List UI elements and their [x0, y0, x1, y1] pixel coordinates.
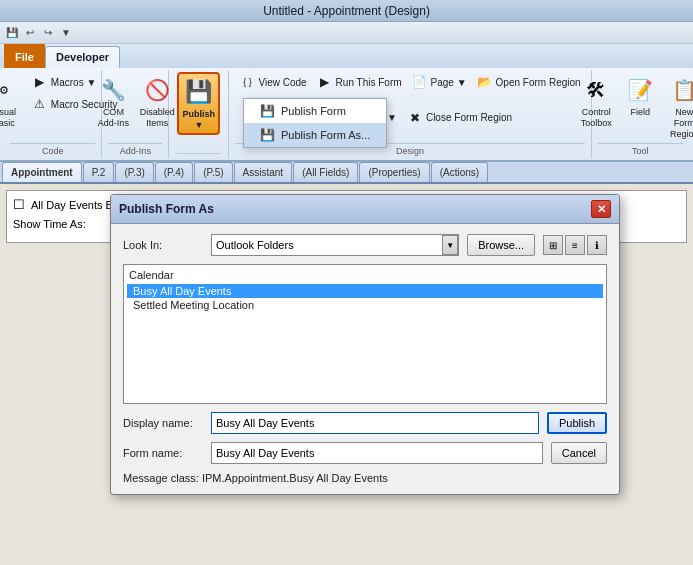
- listbox-item-1[interactable]: Settled Meeting Location: [127, 298, 603, 312]
- view-code-icon: { }: [239, 74, 255, 90]
- cancel-button[interactable]: Cancel: [551, 442, 607, 464]
- group-code: ⚙ VisualBasic ▶ Macros ▼ ⚠ Macro Securit…: [4, 70, 102, 158]
- message-class-label: Message class:: [123, 472, 199, 484]
- display-name-row: Display name: Publish: [123, 412, 607, 434]
- group-addins: 🔧 COMAdd-Ins 🚫 DisabledItems Add-Ins: [102, 70, 169, 158]
- qat-save[interactable]: 💾: [4, 25, 20, 41]
- look-in-dropdown-arrow[interactable]: ▼: [442, 235, 458, 255]
- publish-icon: 💾: [183, 76, 215, 108]
- message-class-value: IPM.Appointment.Busy All Day Events: [202, 472, 388, 484]
- group-publish: 💾 Publish▼: [169, 70, 229, 158]
- dialog-overlay: Publish Form As ✕ Look In: Outlook Folde…: [0, 184, 693, 565]
- tab-assistant[interactable]: Assistant: [234, 162, 293, 182]
- new-form-region-icon: 📋: [668, 74, 693, 106]
- folder-label: Calendar: [127, 268, 603, 282]
- macros-icon: ▶: [32, 74, 48, 90]
- open-form-region-button[interactable]: 📂 Open Form Region: [473, 72, 585, 92]
- group-tool-label: Tool: [598, 143, 683, 156]
- run-form-button[interactable]: ▶ Run This Form: [313, 72, 406, 92]
- visual-basic-button[interactable]: ⚙ VisualBasic: [0, 72, 24, 131]
- publish-form-item[interactable]: 💾 Publish Form: [244, 99, 386, 123]
- main-content: ☐ All Day Events Busy Show Time As: Publ…: [0, 184, 693, 565]
- open-form-icon: 📂: [477, 74, 493, 90]
- tab-p4[interactable]: (P.4): [155, 162, 193, 182]
- tab-properties[interactable]: (Properties): [359, 162, 429, 182]
- com-addins-icon: 🔧: [97, 74, 129, 106]
- publish-dropdown: 💾 Publish Form 💾 Publish Form As...: [243, 98, 387, 148]
- title-text: Untitled - Appointment (Design): [263, 4, 430, 18]
- new-form-region-button[interactable]: 📋 New FormRegion: [664, 72, 693, 141]
- dialog-title: Publish Form As: [119, 202, 214, 216]
- doc-tabs: Appointment P.2 (P.3) (P.4) (P.5) Assist…: [0, 162, 693, 184]
- look-in-row: Look In: Outlook Folders ▼ Browse... ⊞ ≡…: [123, 234, 607, 256]
- form-name-row: Form name: Cancel: [123, 442, 607, 464]
- qat-customize[interactable]: ▼: [58, 25, 74, 41]
- dialog-close-button[interactable]: ✕: [591, 200, 611, 218]
- com-addins-button[interactable]: 🔧 COMAdd-Ins: [93, 72, 133, 131]
- message-class-row: Message class: IPM.Appointment.Busy All …: [123, 472, 607, 484]
- publish-form-as-item[interactable]: 💾 Publish Form As...: [244, 123, 386, 147]
- tab-p5[interactable]: (P.5): [194, 162, 232, 182]
- publish-button[interactable]: 💾 Publish▼: [177, 72, 220, 135]
- page-button[interactable]: 📄 Page ▼: [408, 72, 471, 92]
- view-properties-btn[interactable]: ℹ: [587, 235, 607, 255]
- view-details-btn[interactable]: ⊞: [543, 235, 563, 255]
- publish-form-as-icon: 💾: [260, 128, 275, 142]
- group-code-label: Code: [10, 143, 95, 156]
- control-toolbox-icon: 🛠: [580, 74, 612, 106]
- tab-file[interactable]: File: [4, 44, 45, 68]
- visual-basic-icon: ⚙: [0, 74, 20, 106]
- close-form-region-button[interactable]: ✖ Close Form Region: [403, 108, 516, 128]
- page-icon: 📄: [412, 74, 428, 90]
- browse-button[interactable]: Browse...: [467, 234, 535, 256]
- view-list-btn[interactable]: ≡: [565, 235, 585, 255]
- publish-dialog-button[interactable]: Publish: [547, 412, 607, 434]
- tab-appointment[interactable]: Appointment: [2, 162, 82, 182]
- look-in-value: Outlook Folders: [216, 239, 294, 251]
- look-in-label: Look In:: [123, 239, 203, 251]
- dialog-body: Look In: Outlook Folders ▼ Browse... ⊞ ≡…: [111, 224, 619, 494]
- ribbon-tabs: File Developer: [0, 44, 693, 68]
- folder-listbox: Calendar Busy All Day Events Settled Mee…: [123, 264, 607, 404]
- close-form-icon: ✖: [407, 110, 423, 126]
- tab-actions[interactable]: (Actions): [431, 162, 488, 182]
- dialog-titlebar: Publish Form As ✕: [111, 195, 619, 224]
- control-toolbox-button[interactable]: 🛠 ControlToolbox: [576, 72, 616, 131]
- quick-access-toolbar: 💾 ↩ ↪ ▼: [0, 22, 693, 44]
- group-tool: 🛠 ControlToolbox 📝 Field 📋 New FormRegio…: [592, 70, 689, 158]
- look-in-dropdown[interactable]: Outlook Folders ▼: [211, 234, 459, 256]
- field-button[interactable]: 📝 Field: [620, 72, 660, 120]
- display-name-label: Display name:: [123, 417, 203, 429]
- qat-redo[interactable]: ↪: [40, 25, 56, 41]
- publish-form-icon: 💾: [260, 104, 275, 118]
- macro-security-icon: ⚠: [32, 96, 48, 112]
- tab-p3[interactable]: (P.3): [115, 162, 153, 182]
- qat-undo[interactable]: ↩: [22, 25, 38, 41]
- form-name-input[interactable]: [211, 442, 543, 464]
- field-icon: 📝: [624, 74, 656, 106]
- tab-p2[interactable]: P.2: [83, 162, 115, 182]
- tab-all-fields[interactable]: (All Fields): [293, 162, 358, 182]
- listbox-item-0[interactable]: Busy All Day Events: [127, 284, 603, 298]
- display-name-input[interactable]: [211, 412, 539, 434]
- tab-developer[interactable]: Developer: [45, 46, 120, 68]
- publish-form-as-dialog: Publish Form As ✕ Look In: Outlook Folde…: [110, 194, 620, 495]
- run-form-icon: ▶: [317, 74, 333, 90]
- view-code-button[interactable]: { } View Code: [235, 72, 310, 92]
- form-name-label: Form name:: [123, 447, 203, 459]
- group-addins-label: Add-Ins: [108, 143, 162, 156]
- group-publish-label: [177, 153, 220, 156]
- title-bar: Untitled - Appointment (Design): [0, 0, 693, 22]
